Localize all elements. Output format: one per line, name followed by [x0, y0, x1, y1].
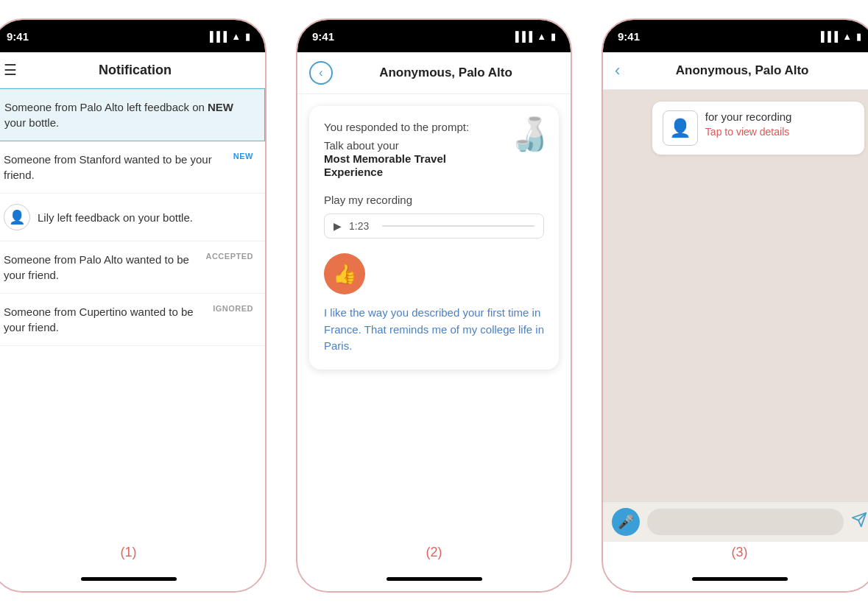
phone-1-time: 9:41 [7, 30, 29, 43]
notif-avatar-3: 👤 [4, 204, 30, 230]
phone-2-footer [297, 566, 571, 591]
mic-button[interactable]: 🎤 [612, 508, 640, 536]
notif-text-2: Someone from Stanford wanted to be your … [4, 152, 226, 183]
chat-tap-action[interactable]: Tap to view details [705, 126, 854, 138]
notif-text-1: Someone from Palo Alto left feedback on … [4, 99, 253, 130]
notif-badge-2: NEW [233, 152, 253, 160]
wifi-icon: ▲ [231, 31, 241, 42]
phone-3-status-icons: ▐▐▐ ▲ ▮ [817, 31, 861, 42]
phone-3-header: ‹ Anonymous, Palo Alto [603, 52, 868, 90]
battery-icon-2: ▮ [551, 31, 556, 42]
phone-1-footer [0, 566, 265, 591]
back-button-3[interactable]: ‹ [615, 61, 620, 80]
audio-progress-bar[interactable] [382, 225, 534, 227]
battery-icon-3: ▮ [856, 31, 861, 42]
phone-2-body: ‹ Anonymous, Palo Alto 🍶 You responded t… [297, 52, 571, 566]
phone-2-header: ‹ Anonymous, Palo Alto [297, 52, 571, 94]
chat-text-input[interactable] [647, 509, 844, 535]
phone-2-time: 9:41 [312, 30, 334, 43]
thumbs-up-icon: 👍 [324, 253, 365, 294]
bottle-icon: 🍶 [509, 115, 550, 153]
home-indicator-1[interactable] [81, 577, 177, 581]
feedback-text: I like the way you described your first … [324, 305, 544, 355]
notification-item-1[interactable]: Someone from Palo Alto left feedback on … [0, 88, 265, 141]
battery-icon: ▮ [245, 31, 250, 42]
audio-time: 1:23 [349, 220, 369, 232]
signal-icon: ▐▐▐ [206, 31, 227, 42]
chat-bubble-content: for your recording Tap to view details [705, 110, 854, 138]
phone-1-notch: 9:41 ▐▐▐ ▲ ▮ [0, 20, 265, 52]
phone-1-dynamic-island [85, 26, 173, 46]
chat-bubble[interactable]: 👤 for your recording Tap to view details [652, 102, 864, 155]
phone-3-dynamic-island [696, 26, 784, 46]
send-button[interactable] [851, 512, 867, 532]
phone-2: 9:41 ▐▐▐ ▲ ▮ ‹ Anonymous, Palo Alto 🍶 Yo… [296, 18, 572, 593]
notification-item-4[interactable]: Someone from Palo Alto wanted to be your… [0, 241, 265, 294]
notif-avatar-row-3: 👤 Lily left feedback on your bottle. [4, 204, 193, 230]
audio-player[interactable]: ▶ 1:23 [324, 213, 544, 239]
notif-text-5: Someone from Cupertino wanted to be your… [4, 304, 205, 335]
menu-icon[interactable]: ☰ [4, 61, 17, 79]
notification-item-5[interactable]: Someone from Cupertino wanted to be your… [0, 294, 265, 346]
phone-2-status-icons: ▐▐▐ ▲ ▮ [512, 31, 556, 42]
phone-2-content: 🍶 You responded to the prompt: Talk abou… [297, 94, 571, 542]
back-button-2[interactable]: ‹ [309, 61, 333, 85]
phone-1-label: (1) [0, 542, 265, 566]
phone-3-footer [603, 566, 868, 591]
prompt-title-plain: Talk about your [324, 139, 399, 152]
phone-3-time: 9:41 [618, 30, 640, 43]
phone-3-notch: 9:41 ▐▐▐ ▲ ▮ [603, 20, 868, 52]
phone-2-notch: 9:41 ▐▐▐ ▲ ▮ [297, 20, 571, 52]
wifi-icon-3: ▲ [842, 31, 852, 42]
notif-text-4: Someone from Palo Alto wanted to be your… [4, 252, 198, 283]
phone-3-title: Anonymous, Palo Alto [620, 63, 864, 78]
phone-2-title: Anonymous, Palo Alto [333, 66, 559, 80]
phone-2-dynamic-island [390, 26, 479, 46]
phone-1-header: ☰ Notification [0, 52, 265, 88]
play-label: Play my recording [324, 194, 544, 206]
notif-text-3: Lily left feedback on your bottle. [38, 210, 193, 225]
chat-recording-text: for your recording [705, 110, 854, 123]
home-indicator-2[interactable] [387, 577, 482, 581]
wifi-icon-2: ▲ [537, 31, 546, 42]
chat-avatar: 👤 [663, 110, 698, 146]
phone-3-label: (3) [603, 542, 868, 566]
phone-1-title: Notification [17, 63, 253, 78]
signal-icon-3: ▐▐▐ [817, 31, 838, 42]
chat-area: 👤 for your recording Tap to view details [603, 90, 868, 501]
notification-item-3[interactable]: 👤 Lily left feedback on your bottle. [0, 194, 265, 241]
phone-2-label: (2) [297, 542, 571, 566]
phone-3: 9:41 ▐▐▐ ▲ ▮ ‹ Anonymous, Palo Alto 👤 fo… [601, 18, 868, 593]
notification-item-2[interactable]: Someone from Stanford wanted to be your … [0, 141, 265, 194]
notif-badge-5: IGNORED [213, 304, 253, 313]
phone-1-status-icons: ▐▐▐ ▲ ▮ [206, 31, 250, 42]
signal-icon-2: ▐▐▐ [512, 31, 532, 42]
home-indicator-3[interactable] [692, 577, 788, 581]
phone-1: 9:41 ▐▐▐ ▲ ▮ ☰ Notification Someone from… [0, 18, 267, 593]
message-card: 🍶 You responded to the prompt: Talk abou… [309, 106, 559, 370]
chat-input-bar: 🎤 [603, 501, 868, 542]
play-icon[interactable]: ▶ [334, 220, 342, 232]
phone-3-body: ‹ Anonymous, Palo Alto 👤 for your record… [603, 52, 868, 566]
notification-list: Someone from Palo Alto left feedback on … [0, 88, 265, 542]
phone-1-body: ☰ Notification Someone from Palo Alto le… [0, 52, 265, 566]
notif-badge-4: ACCEPTED [205, 252, 253, 261]
prompt-title-bold: Most Memorable Travel Experience [324, 152, 446, 178]
